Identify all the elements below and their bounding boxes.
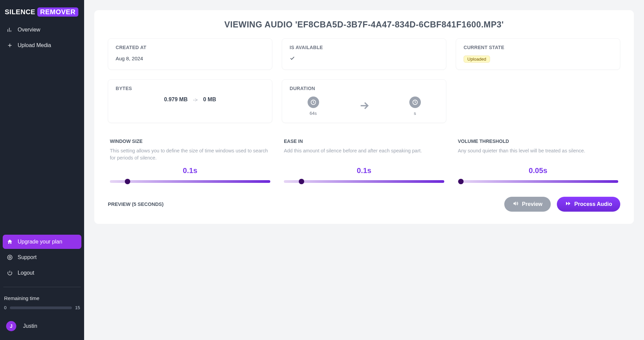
info-row-1: CREATED AT Aug 8, 2024 IS AVAILABLE CURR… xyxy=(108,38,620,70)
duration-after: s xyxy=(414,111,416,116)
preview-button[interactable]: Preview xyxy=(504,197,550,212)
nav-top: Overview Upload Media xyxy=(3,23,81,52)
clock-icon xyxy=(409,97,421,108)
user-name: Justin xyxy=(23,323,37,329)
remaining-time-label: Remaining time xyxy=(3,294,81,301)
svg-point-0 xyxy=(7,255,12,260)
slider-window-size[interactable] xyxy=(110,179,270,184)
settings-section: WINDOW SIZE This setting allows you to d… xyxy=(108,139,620,184)
arrow-text: -> xyxy=(193,97,198,103)
page-title: VIEWING AUDIO 'EF8CBA5D-3B7F-4A47-834D-6… xyxy=(108,20,620,29)
bytes-after: 0 MB xyxy=(203,97,216,103)
fast-forward-icon xyxy=(565,200,571,208)
setting-volume-threshold: VOLUME THRESHOLD Any sound quieter than … xyxy=(456,139,620,184)
sidebar-item-logout[interactable]: Logout xyxy=(3,266,81,280)
setting-ease-in: EASE IN Add this amount of silence befor… xyxy=(282,139,446,184)
footer-row: PREVIEW (5 SECONDS) Preview Process Audi… xyxy=(108,197,620,212)
lifebuoy-icon xyxy=(7,254,13,260)
bytes-row: 0.979 MB -> 0 MB xyxy=(116,97,265,103)
sidebar: SILENCE REMOVER Overview Upload Media Up… xyxy=(0,0,84,340)
status-badge: Uploaded xyxy=(464,56,490,63)
panel-created-at: CREATED AT Aug 8, 2024 xyxy=(108,38,272,70)
setting-window-size: WINDOW SIZE This setting allows you to d… xyxy=(108,139,272,184)
empty-cell xyxy=(456,79,620,123)
svg-point-1 xyxy=(9,256,11,258)
duration-row: 64s s xyxy=(290,97,438,116)
panel-label: CURRENT STATE xyxy=(464,45,612,50)
panel-label: BYTES xyxy=(116,86,265,91)
is-available-value xyxy=(290,56,438,62)
setting-value: 0.05s xyxy=(458,166,618,175)
panel-label: CREATED AT xyxy=(116,45,265,50)
nav-bottom: Upgrade your plan Support Logout Remaini… xyxy=(3,235,81,335)
volume-icon xyxy=(512,200,519,208)
slider-track xyxy=(284,180,444,183)
sidebar-item-label: Support xyxy=(18,254,37,260)
divider xyxy=(3,287,81,287)
button-label: Process Audio xyxy=(574,201,612,207)
button-row: Preview Process Audio xyxy=(504,197,620,212)
setting-title: EASE IN xyxy=(284,139,444,144)
remaining-max: 15 xyxy=(75,305,80,310)
state-value-wrap: Uploaded xyxy=(464,56,612,63)
slider-ease-in[interactable] xyxy=(284,179,444,184)
remaining-time-bar: 0 15 xyxy=(3,302,81,310)
process-audio-button[interactable]: Process Audio xyxy=(557,197,620,212)
slider-thumb[interactable] xyxy=(125,179,130,184)
slider-track xyxy=(458,180,618,183)
app-logo: SILENCE REMOVER xyxy=(3,5,81,23)
main: VIEWING AUDIO 'EF8CBA5D-3B7F-4A47-834D-6… xyxy=(84,0,644,340)
sidebar-item-upload[interactable]: Upload Media xyxy=(3,38,81,52)
panel-is-available: IS AVAILABLE xyxy=(282,38,446,70)
content-card: VIEWING AUDIO 'EF8CBA5D-3B7F-4A47-834D-6… xyxy=(94,10,634,224)
user-row[interactable]: J Justin xyxy=(3,312,81,335)
info-row-2: BYTES 0.979 MB -> 0 MB DURATION 64s xyxy=(108,79,620,123)
arrow-right-icon xyxy=(358,100,370,113)
logo-second-word: REMOVER xyxy=(37,7,78,17)
check-icon xyxy=(290,56,295,62)
setting-value: 0.1s xyxy=(110,166,270,175)
progress-track xyxy=(10,306,72,309)
setting-title: WINDOW SIZE xyxy=(110,139,270,144)
preview-label: PREVIEW (5 SECONDS) xyxy=(108,201,163,207)
bytes-before: 0.979 MB xyxy=(164,97,188,103)
plus-icon xyxy=(7,42,13,48)
slider-track xyxy=(110,180,270,183)
panel-label: DURATION xyxy=(290,86,438,91)
panel-duration: DURATION 64s s xyxy=(282,79,446,123)
sidebar-item-upgrade[interactable]: Upgrade your plan xyxy=(3,235,81,249)
home-icon xyxy=(7,239,13,245)
button-label: Preview xyxy=(522,201,542,207)
panel-label: IS AVAILABLE xyxy=(290,45,438,50)
sidebar-item-label: Logout xyxy=(18,270,34,276)
setting-desc: This setting allows you to define the si… xyxy=(110,147,270,162)
slider-thumb[interactable] xyxy=(458,179,464,184)
duration-after-col: s xyxy=(409,97,421,116)
panel-current-state: CURRENT STATE Uploaded xyxy=(456,38,620,70)
sidebar-item-support[interactable]: Support xyxy=(3,250,81,264)
avatar: J xyxy=(6,321,16,331)
duration-before-col: 64s xyxy=(308,97,319,116)
setting-desc: Any sound quieter than this level will b… xyxy=(458,147,618,162)
sidebar-item-overview[interactable]: Overview xyxy=(3,23,81,37)
sidebar-item-label: Overview xyxy=(18,27,40,33)
logo-first-word: SILENCE xyxy=(5,8,35,16)
duration-before: 64s xyxy=(310,111,317,116)
created-at-value: Aug 8, 2024 xyxy=(116,56,265,61)
sidebar-item-label: Upload Media xyxy=(18,42,51,48)
power-icon xyxy=(7,270,13,276)
sidebar-item-label: Upgrade your plan xyxy=(18,239,62,245)
setting-value: 0.1s xyxy=(284,166,444,175)
clock-icon xyxy=(308,97,319,108)
setting-title: VOLUME THRESHOLD xyxy=(458,139,618,144)
slider-volume-threshold[interactable] xyxy=(458,179,618,184)
remaining-min: 0 xyxy=(4,305,6,310)
slider-thumb[interactable] xyxy=(299,179,304,184)
panel-bytes: BYTES 0.979 MB -> 0 MB xyxy=(108,79,272,123)
chart-icon xyxy=(7,27,13,33)
setting-desc: Add this amount of silence before and af… xyxy=(284,147,444,162)
